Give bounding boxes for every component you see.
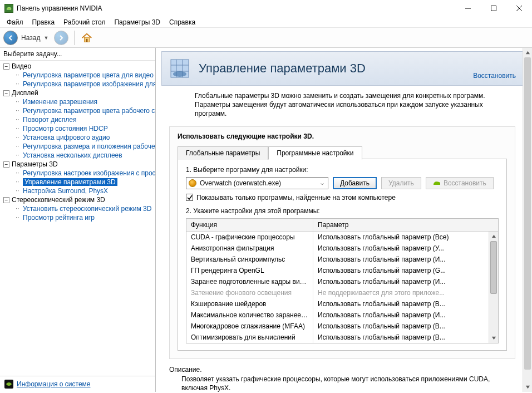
tree-item[interactable]: ·· Регулировка параметров изображения дл… (0, 80, 155, 89)
description-body: Позволяет указать графические процессоры… (169, 375, 515, 392)
tree-item-label[interactable]: Настройка Surround, PhysX (23, 187, 108, 195)
tree-item[interactable]: ·· Установка нескольких дисплеев (0, 151, 155, 160)
tree-category[interactable]: −Видео (0, 62, 155, 71)
tree-item-label[interactable]: Поворот дисплея (23, 116, 77, 124)
cell-function: Многокадровое сглаживание (MFAA) (186, 321, 313, 332)
tree-expander-icon[interactable]: − (3, 63, 9, 70)
cell-parameter: Использовать глобальный параметр (И... (313, 254, 498, 265)
close-button[interactable] (506, 0, 532, 17)
restore-defaults-link[interactable]: Восстановить (473, 72, 516, 80)
settings-table[interactable]: Функция Параметр CUDA - графические проц… (186, 218, 499, 343)
tree-item[interactable]: ·· Установка цифрового аудио (0, 133, 155, 142)
remove-button: Удалить (381, 177, 421, 189)
tree-category[interactable]: −Стереоскопический режим 3D (0, 195, 155, 204)
system-info-bar: Информация о системе (0, 376, 155, 392)
table-row[interactable]: Заранее подготовленные кадры вирту...Исп… (186, 276, 498, 287)
add-button[interactable]: Добавить (333, 177, 377, 189)
tree-item-label[interactable]: Регулировка размера и положения рабочего… (23, 143, 155, 150)
tree-branch-icon: ·· (16, 186, 21, 194)
tree-item-label[interactable]: Регулировка настроек изображения с просм… (23, 169, 155, 177)
tab-panel-program: 1. Выберите программу для настройки: Ove… (178, 159, 507, 351)
main-scroll-down-icon[interactable] (523, 382, 532, 392)
table-row[interactable]: Оптимизировать для вычисленийИспользоват… (186, 332, 498, 343)
tree-branch-icon: ·· (16, 142, 21, 150)
cell-parameter: Использовать глобальный параметр (В... (313, 321, 498, 332)
tree-item[interactable]: ·· Регулировка размера и положения рабоч… (0, 142, 155, 151)
tree-expander-icon[interactable]: − (3, 161, 9, 168)
program-select[interactable]: Overwatch (overwatch.exe) ⌵ (186, 177, 328, 189)
menu-3d[interactable]: Параметры 3D (110, 17, 165, 27)
menu-help[interactable]: Справка (165, 17, 200, 27)
tree-item[interactable]: ·· Настройка Surround, PhysX (0, 186, 155, 195)
tab-program[interactable]: Программные настройки (268, 146, 362, 160)
tree-expander-icon[interactable]: − (3, 90, 9, 96)
main-scroll-up-icon[interactable] (523, 48, 532, 57)
back-dropdown-icon[interactable]: ▼ (43, 35, 48, 41)
table-row[interactable]: ГП рендеринга OpenGLИспользовать глобаль… (186, 265, 498, 276)
tree-expander-icon[interactable]: − (3, 197, 9, 203)
nvidia-logo-icon (433, 180, 441, 186)
tree-item[interactable]: ·· Управление параметрами 3D (0, 178, 155, 186)
table-row[interactable]: Затенение фонового освещенияНе поддержив… (186, 287, 498, 298)
tree-item-label[interactable]: Регулировка параметров цвета рабочего ст… (23, 107, 155, 115)
tree-branch-icon: ·· (16, 133, 21, 141)
tab-global[interactable]: Глобальные параметры (178, 146, 268, 160)
tree-item[interactable]: ·· Изменение разрешения (0, 97, 155, 106)
tree-branch-icon: ·· (16, 204, 21, 212)
table-row[interactable]: Анизотропная фильтрацияИспользовать глоб… (186, 243, 498, 254)
table-row[interactable]: Максимальное количество заранее под...Ис… (186, 310, 498, 321)
tree-item[interactable]: ·· Регулировка параметров цвета для виде… (0, 71, 155, 80)
back-button[interactable] (3, 31, 18, 45)
minimize-button[interactable] (455, 0, 481, 17)
menu-desktop[interactable]: Рабочий стол (59, 17, 110, 27)
table-scrollbar[interactable] (489, 232, 498, 343)
chevron-down-icon: ⌵ (319, 180, 326, 186)
tree-category[interactable]: −Параметры 3D (0, 160, 155, 169)
tree-item-label[interactable]: Просмотр рейтинга игр (23, 214, 95, 222)
tree-branch-icon: ·· (16, 97, 21, 105)
tree-branch-icon: ·· (16, 106, 21, 114)
svg-rect-5 (86, 38, 88, 42)
cell-parameter: Не поддерживается для этого приложе... (313, 287, 498, 298)
home-button[interactable] (80, 31, 93, 45)
menu-file[interactable]: Файл (2, 17, 28, 27)
tree-item-label[interactable]: Установка нескольких дисплеев (23, 151, 122, 159)
tree-item[interactable]: ·· Регулировка настроек изображения с пр… (0, 169, 155, 178)
tree-category[interactable]: −Дисплей (0, 89, 155, 97)
tree-item-label[interactable]: Управление параметрами 3D (23, 178, 117, 186)
scroll-down-icon[interactable] (489, 333, 498, 343)
tree-item[interactable]: ·· Просмотр состояния HDCP (0, 124, 155, 133)
checkbox-box (186, 194, 193, 201)
table-row[interactable]: Вертикальный синхроимпульсИспользовать г… (186, 254, 498, 265)
tree-category-label: Стереоскопический режим 3D (12, 196, 105, 204)
tree-branch-icon: ·· (16, 80, 21, 87)
forward-button[interactable] (54, 31, 68, 45)
tree-item[interactable]: ·· Регулировка параметров цвета рабочего… (0, 106, 155, 115)
tree-item-label[interactable]: Установка цифрового аудио (23, 134, 110, 141)
scroll-thumb[interactable] (490, 241, 497, 294)
tree-item[interactable]: ·· Просмотр рейтинга игр (0, 213, 155, 222)
main-scroll-thumb[interactable] (524, 57, 531, 370)
task-tree[interactable]: −Видео·· Регулировка параметров цвета дл… (0, 61, 155, 376)
tree-item[interactable]: ·· Установить стереоскопический режим 3D (0, 204, 155, 213)
main-scrollbar[interactable] (523, 48, 532, 392)
tree-item-label[interactable]: Регулировка параметров цвета для видео (23, 71, 154, 79)
system-info-link[interactable]: Информация о системе (17, 380, 90, 388)
page-intro: Глобальные параметры 3D можно заменить и… (195, 91, 512, 119)
show-only-found-checkbox[interactable]: Показывать только программы, найденные н… (186, 194, 499, 202)
tree-item-label[interactable]: Регулировка параметров изображения для в… (23, 80, 155, 88)
task-label: Выберите задачу... (0, 48, 155, 61)
table-row[interactable]: CUDA - графические процессорыИспользоват… (186, 232, 498, 243)
tree-item-label[interactable]: Просмотр состояния HDCP (23, 125, 108, 132)
tree-item-label[interactable]: Изменение разрешения (23, 98, 97, 106)
maximize-button[interactable] (481, 0, 506, 17)
tree-category-label: Дисплей (12, 89, 38, 97)
tree-item-label[interactable]: Установить стереоскопический режим 3D (23, 205, 151, 213)
step1-label: 1. Выберите программу для настройки: (186, 166, 499, 174)
table-row[interactable]: Кэширование шейдеровИспользовать глобаль… (186, 298, 498, 310)
table-row[interactable]: Многокадровое сглаживание (MFAA)Использо… (186, 321, 498, 332)
scroll-up-icon[interactable] (489, 232, 498, 241)
menu-edit[interactable]: Правка (28, 17, 60, 27)
back-label: Назад (21, 34, 40, 42)
tree-item[interactable]: ·· Поворот дисплея (0, 115, 155, 124)
